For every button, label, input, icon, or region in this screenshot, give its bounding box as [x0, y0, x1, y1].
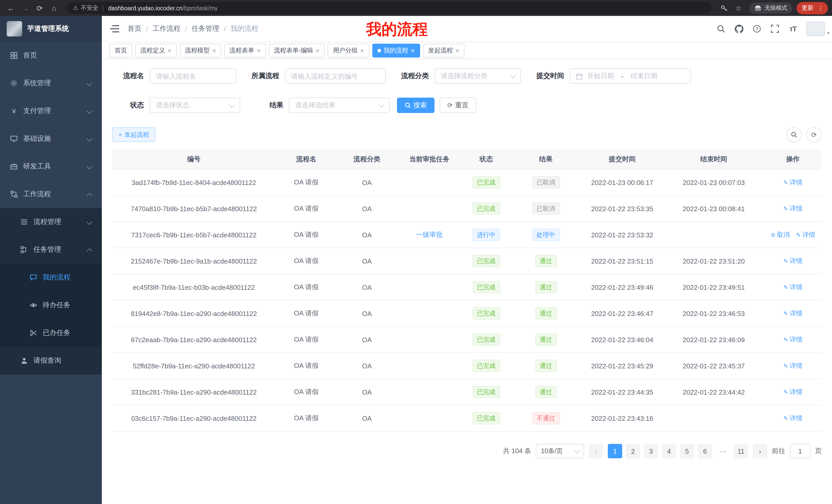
breadcrumb-item[interactable]: 任务管理: [191, 24, 219, 33]
sidebar-item-dev-tools[interactable]: 研发工具: [0, 152, 102, 180]
cell-submit-time: 2022-01-22 23:44:35: [581, 379, 663, 405]
breadcrumb-item[interactable]: 首页: [128, 24, 141, 33]
tab-3[interactable]: 流程表单×: [224, 44, 266, 57]
home-icon[interactable]: ⌂: [47, 2, 61, 14]
page-jump-input[interactable]: 1: [790, 444, 810, 458]
password-key-icon[interactable]: [717, 2, 731, 14]
status-tag: 已完成: [472, 176, 500, 189]
page-size-select[interactable]: 10条/页: [536, 444, 584, 458]
sidebar-item-done-tasks[interactable]: 已办任务: [0, 319, 102, 347]
page-button-11[interactable]: 11: [734, 444, 748, 458]
sidebar-item-label: 研发工具: [23, 162, 51, 171]
category-select[interactable]: 请选择流程分类: [435, 68, 521, 84]
sidebar-item-system[interactable]: 系统管理: [0, 69, 102, 97]
refresh-icon[interactable]: ⟳: [33, 2, 46, 14]
cancel-link[interactable]: ⊘取消: [771, 230, 790, 239]
tab-close-icon[interactable]: ×: [316, 47, 319, 54]
detail-link[interactable]: ✎详情: [783, 257, 802, 265]
search-icon[interactable]: [716, 24, 726, 33]
tab-close-icon[interactable]: ×: [167, 47, 172, 54]
search-toggle-button[interactable]: [786, 127, 802, 142]
tab-close-icon[interactable]: ×: [455, 47, 459, 54]
tab-6[interactable]: 我的流程×: [372, 44, 420, 57]
page-ellipsis[interactable]: ···: [716, 444, 730, 458]
help-icon[interactable]: ?: [752, 24, 761, 33]
tab-close-icon[interactable]: ×: [411, 47, 415, 54]
sidebar-item-payment[interactable]: ¥ 支付管理: [0, 97, 102, 125]
tab-2[interactable]: 流程模型×: [180, 44, 221, 57]
bookmark-star-icon[interactable]: ☆: [732, 2, 745, 14]
create-process-button[interactable]: + 发起流程: [112, 128, 155, 142]
sidebar-item-task-management[interactable]: 任务管理: [0, 236, 102, 263]
user-avatar[interactable]: ▾: [806, 22, 825, 36]
fullscreen-icon[interactable]: [770, 24, 780, 33]
date-end-placeholder[interactable]: 结束日期: [631, 72, 657, 81]
detail-link[interactable]: ✎详情: [796, 230, 815, 239]
detail-link[interactable]: ✎详情: [783, 414, 802, 423]
sidebar-item-leave-query[interactable]: 请假查询: [0, 347, 102, 374]
breadcrumb-separator: /: [185, 25, 187, 33]
security-label[interactable]: 不安全: [81, 4, 99, 12]
status-select[interactable]: 请选择状态: [150, 97, 240, 113]
tab-5[interactable]: 用户分组×: [328, 44, 369, 57]
result-select[interactable]: 请选择流结果: [289, 97, 390, 113]
browser-menu-dots-icon[interactable]: ⋮: [815, 4, 826, 11]
tab-1[interactable]: 流程定义×: [135, 44, 177, 57]
page-button-3[interactable]: 3: [644, 444, 658, 458]
page-button-6[interactable]: 6: [698, 444, 712, 458]
detail-link[interactable]: ✎详情: [783, 178, 802, 187]
tab-4[interactable]: 流程表单-编辑×: [269, 44, 325, 57]
url-text[interactable]: dashboard.yudao.iocoder.cn/bpm/task/my: [108, 5, 218, 11]
status-tag: 已完成: [472, 412, 500, 424]
page-button-2[interactable]: 2: [626, 444, 640, 458]
tab-close-icon[interactable]: ×: [257, 47, 260, 54]
prev-page-button[interactable]: ‹: [589, 444, 603, 458]
process-def-input[interactable]: [285, 68, 386, 84]
detail-link[interactable]: ✎详情: [783, 388, 802, 396]
sidebar-item-todo-tasks[interactable]: 待办任务: [0, 291, 102, 319]
address-bar[interactable]: ⚠ 不安全 dashboard.yudao.iocoder.cn/bpm/tas…: [67, 2, 711, 14]
detail-link[interactable]: ✎详情: [783, 204, 802, 213]
tab-close-icon[interactable]: ×: [360, 47, 364, 54]
next-page-button[interactable]: ›: [753, 444, 767, 458]
tab-0[interactable]: 首页: [109, 44, 132, 57]
tab-close-icon[interactable]: ×: [212, 47, 216, 54]
date-start-placeholder[interactable]: 开始日期: [587, 72, 614, 81]
forward-icon[interactable]: →: [19, 2, 32, 14]
sidebar-item-infrastructure[interactable]: 基础设施: [0, 125, 102, 152]
search-button[interactable]: 搜索: [397, 97, 435, 113]
incognito-icon: [754, 5, 761, 11]
browser-toolbar: ← → ⟳ ⌂ ⚠ 不安全 dashboard.yudao.iocoder.cn…: [0, 0, 832, 16]
detail-icon: ✎: [796, 231, 801, 238]
breadcrumb-item[interactable]: 工作流程: [153, 24, 181, 33]
detail-link[interactable]: ✎详情: [783, 283, 802, 291]
detail-label: 详情: [789, 309, 802, 318]
sidebar-fold-icon[interactable]: [110, 25, 119, 32]
reset-button[interactable]: ⟳ 重置: [440, 97, 476, 113]
detail-link[interactable]: ✎详情: [783, 335, 802, 344]
current-task-link[interactable]: 一级审批: [416, 231, 443, 239]
page-button-1[interactable]: 1: [608, 444, 622, 458]
cell-end-time: [663, 222, 764, 248]
font-size-icon[interactable]: тT: [788, 24, 798, 33]
cell-status: 已完成: [462, 248, 511, 274]
github-icon[interactable]: [734, 24, 744, 33]
sidebar-item-workflow[interactable]: 工作流程: [0, 180, 102, 208]
process-name-input[interactable]: [150, 68, 236, 84]
cell-id: 52ffd28e-7b9a-11ec-a290-acde48001122: [112, 353, 276, 379]
monitor-icon: [10, 135, 18, 143]
page-button-4[interactable]: 4: [662, 444, 676, 458]
detail-link[interactable]: ✎详情: [783, 361, 802, 370]
detail-link[interactable]: ✎详情: [783, 309, 802, 318]
page-button-5[interactable]: 5: [680, 444, 694, 458]
tab-7[interactable]: 发起流程×: [423, 44, 464, 57]
refresh-table-button[interactable]: ⟳: [806, 127, 822, 142]
sidebar-item-process-management[interactable]: 流程管理: [0, 208, 102, 236]
sidebar-item-my-process[interactable]: 我的流程: [0, 263, 102, 291]
sidebar-item-home[interactable]: 首页: [0, 41, 102, 69]
cell-category: OA: [337, 195, 397, 222]
update-button[interactable]: 更新 ⋮: [797, 2, 828, 14]
submit-time-range-picker[interactable]: 开始日期 - 结束日期: [570, 68, 691, 84]
cell-end-time: 2022-01-22 23:46:53: [663, 300, 764, 327]
back-icon[interactable]: ←: [4, 2, 18, 14]
